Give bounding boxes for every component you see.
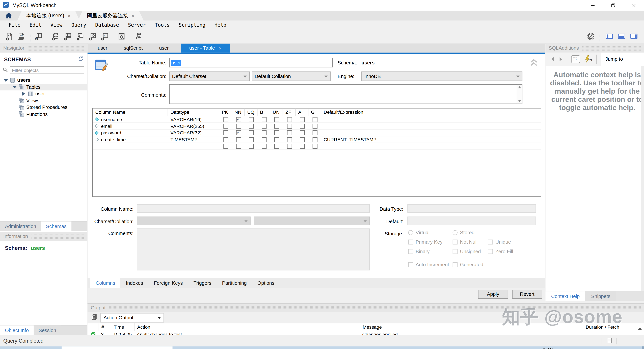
nn-checkbox[interactable] [236, 137, 241, 142]
pk-checkbox[interactable] [223, 144, 228, 149]
create-procedure-button[interactable] [86, 31, 98, 42]
chevron-down-icon[interactable] [2, 77, 9, 84]
taskbar-app-button[interactable] [62, 346, 172, 349]
tab-administration[interactable]: Administration [0, 221, 41, 231]
tab-session[interactable]: Session [34, 325, 61, 335]
editor-tab-sqlscript[interactable]: sqlScript [116, 44, 151, 53]
grid-header-ai[interactable]: AI [296, 109, 308, 116]
grid-header-uq[interactable]: UQ [245, 109, 258, 116]
tab-context-help[interactable]: Context Help [546, 291, 585, 301]
tab-columns[interactable]: Columns [90, 278, 120, 288]
close-icon[interactable]: × [68, 13, 71, 19]
zf-checkbox[interactable] [287, 137, 292, 142]
close-button[interactable] [624, 0, 644, 11]
ai-checkbox[interactable] [300, 124, 304, 129]
un-checkbox[interactable] [274, 117, 279, 122]
new-sql-tab-button[interactable]: SQL [3, 31, 16, 42]
menu-scripting[interactable]: Scripting [174, 22, 210, 28]
checkbox[interactable] [453, 262, 458, 267]
tree-item-stored-procedures[interactable]: Stored Procedures [0, 104, 87, 111]
radio-button[interactable] [408, 230, 413, 235]
restore-button[interactable] [603, 0, 623, 11]
toggle-left-sidebar-button[interactable] [604, 31, 614, 42]
chevron-right-icon[interactable] [20, 92, 27, 96]
create-view-button[interactable] [74, 31, 86, 42]
tab-snippets[interactable]: Snippets [586, 291, 616, 301]
b-checkbox[interactable] [262, 137, 266, 142]
column-row[interactable]: usernameVARCHAR(16) [93, 116, 541, 123]
zf-checkbox[interactable] [287, 144, 292, 149]
editor-tab-user[interactable]: user [90, 44, 116, 53]
grid-header-zf[interactable]: ZF [283, 109, 296, 116]
toggle-right-sidebar-button[interactable] [628, 31, 639, 42]
create-table-button[interactable] [62, 31, 74, 42]
ai-checkbox[interactable] [300, 130, 304, 135]
output-header-message[interactable]: Message [360, 323, 583, 331]
editor-tab-user-table[interactable]: user - Table× [181, 44, 230, 53]
output-header-action[interactable]: Action [134, 323, 360, 331]
nn-checkbox[interactable] [236, 144, 241, 149]
pk-checkbox[interactable] [223, 117, 228, 122]
pk-checkbox[interactable] [223, 130, 228, 135]
tab-foreign-keys[interactable]: Foreign Keys [148, 278, 188, 288]
un-checkbox[interactable] [274, 124, 279, 129]
checkbox[interactable] [453, 240, 458, 244]
scrollbar[interactable] [641, 66, 644, 291]
output-header-time[interactable]: Time [111, 323, 134, 331]
close-icon[interactable]: × [132, 13, 135, 19]
uq-checkbox[interactable] [249, 144, 254, 149]
grid-header-nn[interactable]: NN [232, 109, 245, 116]
ai-checkbox[interactable] [300, 117, 304, 122]
grid-header-pk[interactable]: PK [219, 109, 232, 116]
b-checkbox[interactable] [262, 144, 266, 149]
menu-edit[interactable]: Edit [25, 22, 46, 28]
output-row[interactable]: 315:08:25Apply changes to testChanges ap… [88, 331, 644, 335]
table-name-input[interactable]: user [169, 58, 333, 67]
tab-schemas[interactable]: Schemas [41, 221, 72, 231]
tab-options[interactable]: Options [252, 278, 280, 288]
tab-triggers[interactable]: Triggers [188, 278, 217, 288]
tree-item-user[interactable]: user [0, 90, 87, 97]
menu-help[interactable]: Help [210, 22, 231, 28]
menu-database[interactable]: Database [91, 22, 124, 28]
checkbox[interactable] [488, 240, 493, 244]
tree-item-views[interactable]: Views [0, 97, 87, 104]
g-checkbox[interactable] [312, 130, 317, 135]
menu-tools[interactable]: Tools [150, 22, 174, 28]
menu-query[interactable]: Query [67, 22, 90, 28]
uq-checkbox[interactable] [249, 124, 254, 129]
column-row[interactable]: passwordVARCHAR(32) [93, 130, 541, 136]
output-log-icon[interactable] [606, 337, 612, 344]
connection-tab[interactable]: 阿里云服务器连接× [78, 11, 144, 21]
tree-item-functions[interactable]: fFunctions [0, 111, 87, 117]
column-row[interactable]: emailVARCHAR(255) [93, 123, 541, 130]
context-help-manual-icon[interactable]: I? [571, 55, 580, 63]
reconnect-dbms-button[interactable] [132, 31, 144, 42]
zf-checkbox[interactable] [287, 124, 292, 129]
b-checkbox[interactable] [262, 130, 266, 135]
g-checkbox[interactable] [312, 117, 317, 122]
tab-partitioning[interactable]: Partitioning [217, 278, 252, 288]
pk-checkbox[interactable] [223, 124, 228, 129]
engine-dropdown[interactable]: InnoDB [362, 72, 522, 81]
create-function-button[interactable]: f() [98, 31, 111, 42]
g-checkbox[interactable] [312, 124, 317, 129]
output-header--[interactable]: # [98, 323, 111, 331]
jump-to-field[interactable]: Jump to [601, 53, 644, 66]
uq-checkbox[interactable] [249, 117, 254, 122]
chevron-down-icon[interactable] [12, 84, 18, 91]
uq-checkbox[interactable] [249, 130, 254, 135]
refresh-icon[interactable] [78, 56, 84, 63]
g-checkbox[interactable] [312, 144, 317, 149]
editor-tab-user[interactable]: user [151, 44, 177, 53]
show-desktop-button[interactable] [642, 346, 644, 349]
preferences-button[interactable] [585, 31, 596, 42]
un-checkbox[interactable] [274, 144, 279, 149]
scroll-up-icon[interactable] [517, 85, 522, 89]
context-help-auto-icon[interactable]: I? [584, 55, 592, 63]
g-checkbox[interactable] [312, 137, 317, 142]
radio-button[interactable] [453, 230, 458, 235]
menu-server[interactable]: Server [124, 22, 150, 28]
home-button[interactable] [0, 11, 17, 21]
grid-header-un[interactable]: UN [270, 109, 283, 116]
